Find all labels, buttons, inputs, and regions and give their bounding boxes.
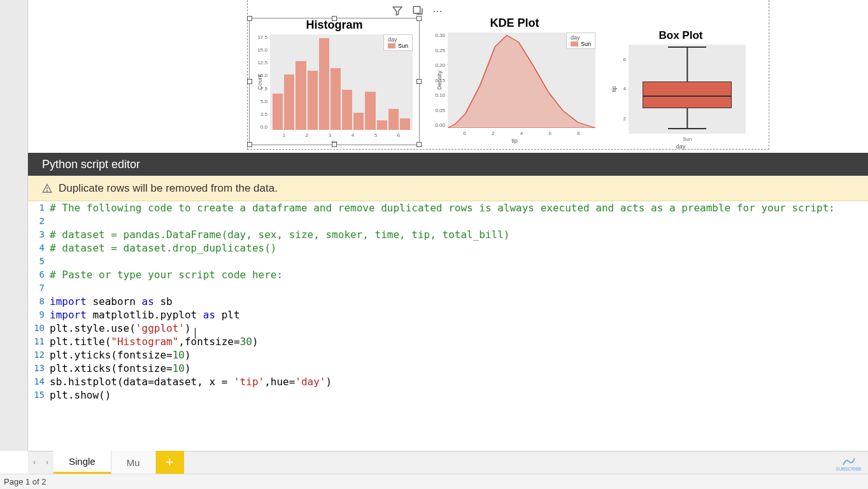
report-canvas[interactable]: ⋯ Histogram day Sun Count 17.515.012.510… — [28, 0, 868, 153]
kde-curve — [448, 32, 595, 128]
y-ticks: 0.300.250.200.150.100.050.00 — [431, 32, 445, 128]
x-axis-label: tip — [427, 138, 602, 144]
x-ticks: 123456 — [270, 132, 413, 138]
kde-visual[interactable]: KDE Plot day Sun Density 0.300.250.200.1… — [427, 17, 602, 144]
add-page-button[interactable]: + — [156, 451, 184, 474]
resize-handle[interactable] — [416, 142, 422, 147]
plot-area: day Sun Count 17.515.012.510.07.55.02.50… — [270, 34, 413, 130]
resize-handle[interactable] — [416, 79, 422, 84]
text-cursor — [195, 328, 196, 339]
y-ticks: 642 — [612, 45, 626, 134]
box-rect — [643, 82, 732, 108]
left-margin — [0, 0, 28, 451]
svg-rect-0 — [413, 6, 420, 13]
status-bar: Page 1 of 2 — [0, 474, 868, 489]
chart-title: Box Plot — [609, 29, 752, 42]
histogram-visual[interactable]: Histogram day Sun Count 17.515.012.510.0… — [249, 18, 420, 145]
visual-group: ⋯ Histogram day Sun Count 17.515.012.510… — [247, 0, 769, 150]
subscribe-badge[interactable]: SUBSCRIBE — [836, 457, 862, 471]
warning-bar: Duplicate rows will be removed from the … — [28, 176, 868, 201]
svg-point-2 — [46, 190, 47, 191]
median-line — [643, 96, 732, 97]
code-editor[interactable]: 1# The following code to create a datafr… — [28, 201, 868, 451]
y-ticks: 17.515.012.510.07.55.02.50.0 — [253, 34, 267, 130]
more-icon[interactable]: ⋯ — [432, 5, 444, 17]
page-indicator: Page 1 of 2 — [4, 477, 46, 486]
subscribe-icon — [842, 457, 856, 466]
tab-next-button[interactable]: › — [41, 451, 53, 474]
resize-handle[interactable] — [332, 16, 337, 21]
tab-mu[interactable]: Mu — [111, 451, 156, 474]
x-ticks: Sun — [629, 136, 746, 142]
warning-icon — [42, 183, 52, 194]
resize-handle[interactable] — [416, 16, 422, 21]
focus-icon[interactable] — [412, 5, 423, 17]
bars — [273, 34, 410, 130]
resize-handle[interactable] — [247, 142, 252, 147]
visual-toolbar: ⋯ — [392, 5, 444, 17]
chart-title: KDE Plot — [427, 17, 602, 30]
page-tab-bar: ‹ › Single Mu + SUBSCRIBE — [28, 451, 868, 474]
resize-handle[interactable] — [247, 79, 252, 84]
resize-handle[interactable] — [247, 16, 252, 21]
plot-area: day Sun Density 0.300.250.200.150.100.05… — [448, 32, 595, 128]
box-visual[interactable]: Box Plot tip 642 Sun day — [609, 29, 752, 144]
filter-icon[interactable] — [392, 5, 403, 17]
tab-prev-button[interactable]: ‹ — [28, 451, 41, 474]
tab-single[interactable]: Single — [53, 451, 111, 474]
script-editor-header: Python script editor — [28, 153, 868, 176]
editor-title: Python script editor — [42, 158, 140, 171]
x-axis-label: day — [609, 143, 752, 150]
plot-area: tip 642 — [629, 45, 746, 134]
x-ticks: 02468 — [448, 131, 595, 136]
warning-text: Duplicate rows will be removed from the … — [59, 182, 278, 195]
resize-handle[interactable] — [332, 142, 337, 147]
